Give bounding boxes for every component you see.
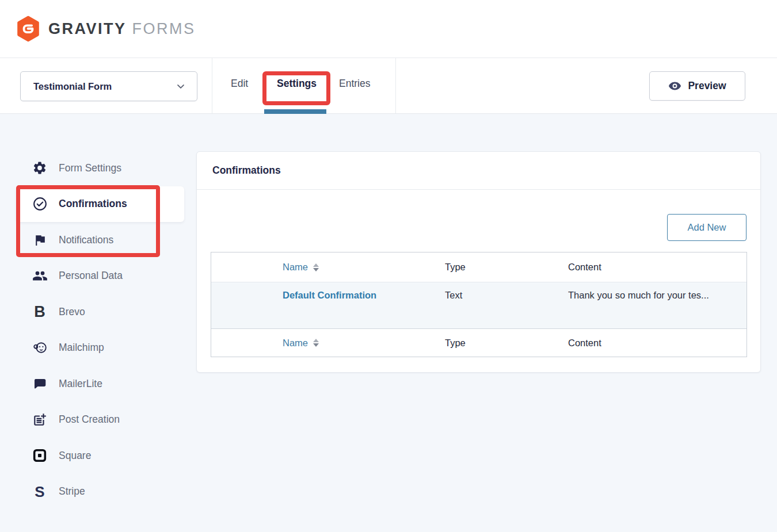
people-icon bbox=[32, 268, 48, 284]
sidebar-item-mailerlite[interactable]: MailerLite bbox=[16, 366, 184, 402]
sidebar-item-label: Confirmations bbox=[59, 198, 127, 210]
brand-primary: GRAVITY bbox=[48, 20, 127, 38]
sidebar-item-label: Post Creation bbox=[59, 414, 120, 426]
brevo-icon: B bbox=[32, 304, 48, 320]
sidebar-item-mailchimp[interactable]: Mailchimp bbox=[16, 330, 184, 366]
sidebar-item-stripe[interactable]: S Stripe bbox=[16, 474, 184, 510]
sort-arrows-icon bbox=[313, 263, 319, 271]
toolbar-divider bbox=[212, 58, 212, 113]
sidebar-item-post-creation[interactable]: Post Creation bbox=[16, 402, 184, 438]
confirmation-content: Thank you so much for your tes... bbox=[568, 282, 746, 301]
table-header-row: Name Type Content bbox=[211, 252, 746, 282]
sidebar-item-label: Personal Data bbox=[59, 270, 123, 282]
sort-arrows-icon bbox=[313, 339, 319, 347]
toolbar-divider bbox=[395, 58, 396, 113]
column-footer-type: Type bbox=[445, 338, 568, 349]
confirmation-type: Text bbox=[445, 282, 568, 301]
mailchimp-icon bbox=[32, 340, 48, 356]
brevo-letter: B bbox=[34, 304, 45, 320]
preview-label: Preview bbox=[688, 80, 726, 92]
brand-secondary: FORMS bbox=[132, 20, 196, 38]
confirmations-table: Name Type Content Default Confirmation T… bbox=[211, 252, 747, 357]
column-footer-name: Name bbox=[283, 338, 308, 349]
settings-sidebar: Form Settings Confirmations Notification… bbox=[16, 150, 184, 510]
tab-entries[interactable]: Entries bbox=[339, 58, 370, 109]
preview-button[interactable]: Preview bbox=[649, 71, 745, 101]
page: GRAVITY FORMS Testimonial Form Edit Sett… bbox=[0, 0, 777, 532]
panel-header: Confirmations bbox=[197, 152, 760, 190]
sidebar-item-label: Square bbox=[59, 450, 91, 462]
sidebar-item-label: MailerLite bbox=[59, 378, 102, 390]
active-tab-indicator bbox=[264, 109, 326, 114]
gear-icon bbox=[32, 160, 48, 176]
square-icon bbox=[32, 447, 48, 464]
column-header-content: Content bbox=[568, 262, 746, 273]
mailerlite-icon bbox=[32, 376, 48, 392]
brand: GRAVITY FORMS bbox=[16, 16, 196, 42]
column-header-type: Type bbox=[445, 262, 568, 273]
confirmation-name-link[interactable]: Default Confirmation bbox=[283, 290, 376, 300]
sidebar-item-confirmations[interactable]: Confirmations bbox=[16, 186, 184, 223]
sidebar-item-label: Stripe bbox=[59, 485, 85, 497]
add-new-button[interactable]: Add New bbox=[667, 214, 746, 241]
check-circle-icon bbox=[32, 196, 48, 212]
gravity-forms-logo-icon bbox=[16, 16, 40, 42]
stripe-icon: S bbox=[32, 484, 48, 500]
form-toolbar: Testimonial Form Edit Settings Entries P… bbox=[0, 58, 777, 114]
sidebar-item-form-settings[interactable]: Form Settings bbox=[16, 150, 184, 186]
column-header-name: Name bbox=[283, 262, 308, 273]
sidebar-item-label: Brevo bbox=[59, 306, 85, 318]
panel-title: Confirmations bbox=[212, 164, 281, 177]
confirmations-panel: Confirmations Add New Name Type Content bbox=[196, 151, 761, 373]
stripe-letter: S bbox=[35, 484, 44, 499]
tab-edit[interactable]: Edit bbox=[231, 58, 248, 109]
chevron-down-icon bbox=[175, 81, 186, 92]
app-header: GRAVITY FORMS bbox=[0, 0, 777, 58]
column-footer-content: Content bbox=[568, 338, 746, 349]
form-selector-value: Testimonial Form bbox=[33, 81, 112, 92]
sort-by-name-header[interactable]: Name bbox=[283, 262, 319, 273]
sidebar-item-label: Notifications bbox=[59, 234, 113, 246]
form-selector-dropdown[interactable]: Testimonial Form bbox=[20, 71, 197, 101]
sort-by-name-footer[interactable]: Name bbox=[283, 338, 319, 349]
tab-settings[interactable]: Settings bbox=[277, 58, 317, 109]
sidebar-item-notifications[interactable]: Notifications bbox=[16, 222, 184, 258]
flag-icon bbox=[32, 232, 48, 248]
post-creation-icon bbox=[32, 412, 48, 428]
brand-wordmark: GRAVITY FORMS bbox=[48, 20, 196, 38]
table-footer-row: Name Type Content bbox=[211, 329, 746, 357]
sidebar-item-label: Form Settings bbox=[59, 162, 121, 174]
sidebar-item-personal-data[interactable]: Personal Data bbox=[16, 258, 184, 294]
sidebar-item-square[interactable]: Square bbox=[16, 438, 184, 474]
table-row: Default Confirmation Text Thank you so m… bbox=[211, 282, 746, 329]
sidebar-item-label: Mailchimp bbox=[59, 342, 104, 354]
eye-icon bbox=[668, 79, 681, 93]
sidebar-item-brevo[interactable]: B Brevo bbox=[16, 294, 184, 330]
